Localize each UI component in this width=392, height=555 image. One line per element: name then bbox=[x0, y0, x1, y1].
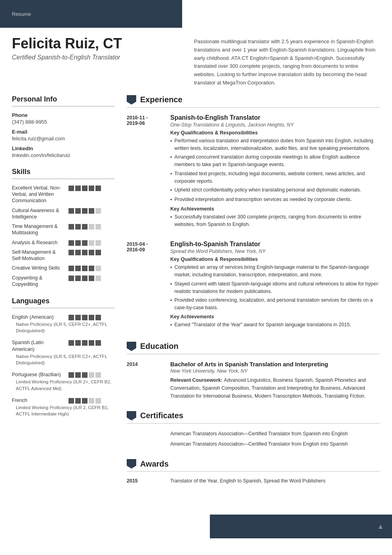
skill-row: Self-Management & Self-Motivation bbox=[12, 249, 115, 262]
language-bar bbox=[69, 372, 74, 378]
bullet-dot: • bbox=[170, 196, 172, 204]
language-bar bbox=[89, 398, 94, 404]
skill-row: Excellent Verbal, Non-Verbal, and Writte… bbox=[12, 185, 115, 204]
bullet-dot: • bbox=[170, 138, 172, 152]
bullet-dot: • bbox=[170, 322, 172, 329]
personal-info-section: Personal Info Phone (347) 888-9955 E-mai… bbox=[12, 95, 115, 158]
candidate-title: Certified Spanish-to-English Translator bbox=[12, 54, 182, 61]
skill-bars bbox=[69, 266, 101, 271]
languages-section: Languages English (American)Native Profi… bbox=[12, 297, 115, 417]
skill-bar bbox=[69, 224, 74, 230]
skill-bar bbox=[75, 208, 81, 214]
skill-row: Analysis & Research bbox=[12, 239, 115, 246]
bullet-dot: • bbox=[170, 154, 172, 168]
language-bar bbox=[75, 315, 81, 320]
skill-bar bbox=[89, 208, 94, 214]
job-company: Spread the Word Publishers, New York, NY bbox=[170, 249, 380, 254]
bullet-item: •Stayed current with latest Spanish-lang… bbox=[170, 280, 380, 295]
certificate-entry: American Translators Association—Certifi… bbox=[170, 440, 380, 448]
language-name: Portuguese (Brazilian) bbox=[12, 371, 65, 378]
skill-bar bbox=[75, 240, 81, 246]
certificates-title: Certificates bbox=[127, 411, 380, 424]
awards-title: Awards bbox=[127, 459, 380, 472]
skill-bar bbox=[89, 224, 94, 230]
linkedin-label: LinkedIn bbox=[12, 145, 115, 151]
job-title: Spanish-to-English Translator bbox=[170, 114, 380, 121]
skill-bar bbox=[89, 250, 94, 255]
experience-list: 2016-11 -2019-06Spanish-to-English Trans… bbox=[127, 114, 380, 331]
skill-name: Excellent Verbal, Non-Verbal, and Writte… bbox=[12, 185, 65, 204]
achievement-item: •Successfully translated over 300 comple… bbox=[170, 213, 380, 228]
skills-list: Excellent Verbal, Non-Verbal, and Writte… bbox=[12, 185, 115, 287]
skill-bars bbox=[69, 250, 101, 255]
header-left: Felicita Ruiz, CT Certified Spanish-to-E… bbox=[12, 36, 182, 87]
phone-label: Phone bbox=[12, 112, 115, 118]
experience-icon bbox=[127, 95, 136, 105]
skill-bars bbox=[69, 240, 101, 246]
education-entry: 2014Bachelor of Arts in Spanish Translat… bbox=[127, 361, 380, 400]
language-bar bbox=[89, 340, 94, 346]
language-bar bbox=[75, 398, 81, 404]
language-name: English (American) bbox=[12, 314, 65, 320]
skill-bar bbox=[69, 266, 74, 271]
skill-name: Copywriting & Copyediting bbox=[12, 275, 65, 288]
bullet-text: Completed an array of services bring Eng… bbox=[174, 264, 380, 279]
bullet-dot: • bbox=[170, 264, 172, 279]
language-bar bbox=[69, 398, 74, 404]
email-value: felicita.ruiz@gmail.com bbox=[12, 136, 115, 142]
skill-row: Copywriting & Copyediting bbox=[12, 275, 115, 288]
school-name: New York University, New York, NY bbox=[170, 368, 380, 374]
job-company: One-Stop Translations & Linguists, Jacks… bbox=[170, 122, 380, 128]
language-name: Spanish (Latin American) bbox=[12, 339, 65, 352]
skill-name: Analysis & Research bbox=[12, 239, 65, 246]
bullet-text: Translated text projects, including lega… bbox=[174, 170, 380, 185]
language-bar bbox=[69, 340, 74, 346]
job-title: English-to-Spanish Translator bbox=[170, 241, 380, 248]
bullet-item: •Provided interpretation and transcripti… bbox=[170, 196, 380, 204]
skills-section: Skills Excellent Verbal, Non-Verbal, and… bbox=[12, 168, 115, 287]
awards-icon bbox=[127, 459, 136, 469]
bullet-item: •Performed various translation and inter… bbox=[170, 137, 380, 152]
languages-title: Languages bbox=[12, 297, 115, 308]
experience-entry: 2015-04 -2016-09English-to-Spanish Trans… bbox=[127, 241, 380, 330]
achievement-item: •Earned "Translator of the Year" award f… bbox=[170, 321, 380, 329]
experience-date: 2015-04 -2016-09 bbox=[127, 241, 162, 330]
achievement-subheading: Key Achievements bbox=[170, 206, 380, 212]
skill-bar bbox=[75, 266, 81, 271]
skill-row: Cultural Awareness & Intelligence bbox=[12, 207, 115, 220]
scroll-arrow-icon: ▲ bbox=[377, 522, 384, 531]
education-icon bbox=[127, 342, 136, 351]
language-block: English (American)Native Proficiency (IL… bbox=[12, 314, 115, 334]
language-name: French bbox=[12, 397, 65, 404]
skill-bar bbox=[69, 208, 74, 214]
language-bar bbox=[75, 340, 81, 346]
bullet-item: •Provided video conferencing, localizati… bbox=[170, 297, 380, 312]
skill-bar bbox=[82, 224, 88, 230]
header-section: Felicita Ruiz, CT Certified Spanish-to-E… bbox=[0, 28, 392, 95]
languages-list: English (American)Native Proficiency (IL… bbox=[12, 314, 115, 417]
education-title: Education bbox=[127, 342, 380, 354]
email-label: E-mail bbox=[12, 129, 115, 135]
top-banner: Resume bbox=[0, 0, 182, 28]
skill-bars bbox=[69, 224, 101, 230]
skill-name: Creative Writing Skills bbox=[12, 265, 65, 271]
skill-bar bbox=[69, 240, 74, 246]
bullet-text: Performed various translation and interp… bbox=[174, 137, 380, 152]
bullet-text: Upheld strict confidentiality policy whe… bbox=[174, 186, 361, 194]
language-bar bbox=[82, 340, 88, 346]
skills-title: Skills bbox=[12, 168, 115, 179]
language-bar bbox=[89, 372, 94, 378]
skill-bar bbox=[69, 186, 74, 191]
education-list: 2014Bachelor of Arts in Spanish Translat… bbox=[127, 361, 380, 400]
skill-name: Time Management & Multitasking bbox=[12, 223, 65, 236]
skill-bar bbox=[82, 266, 88, 271]
skill-bar bbox=[75, 250, 81, 255]
skill-bar bbox=[75, 276, 81, 281]
skill-row: Time Management & Multitasking bbox=[12, 223, 115, 236]
bullet-dot: • bbox=[170, 187, 172, 194]
bottom-banner: ▲ bbox=[210, 515, 392, 538]
language-block: Portuguese (Brazilian)Limited Working Pr… bbox=[12, 371, 115, 391]
language-proficiency: Limited Working Proficiency (ILR 2, CEFR… bbox=[12, 404, 115, 417]
education-section: Education 2014Bachelor of Arts in Spanis… bbox=[127, 342, 380, 400]
skill-bar bbox=[69, 250, 74, 255]
